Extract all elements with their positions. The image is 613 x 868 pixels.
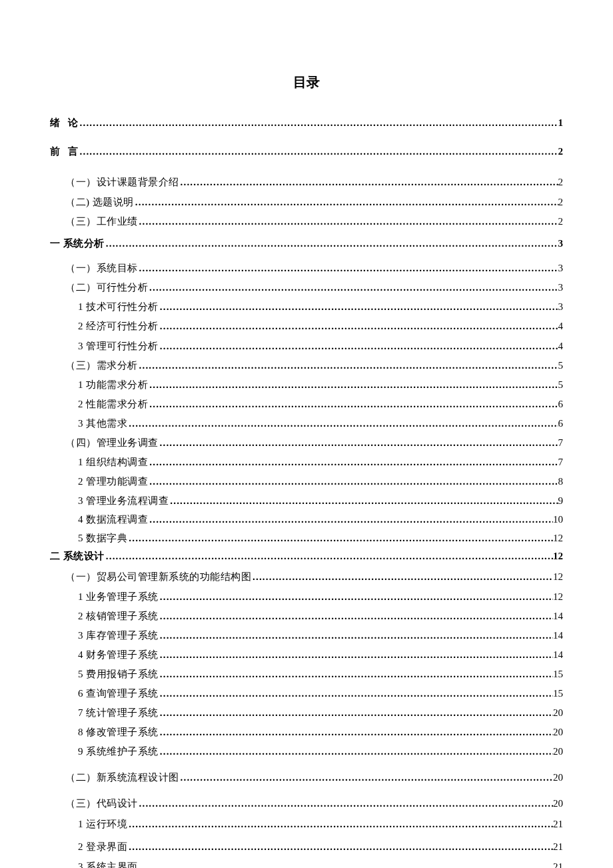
toc-entry-page: 3 <box>558 263 564 274</box>
toc-entry-page: 12 <box>553 591 563 603</box>
toc-leader-dots <box>138 216 558 227</box>
toc-leader-dots <box>169 495 558 507</box>
toc-entry: 2 经济可行性分析4 <box>78 320 563 333</box>
toc-leader-dots <box>159 437 558 449</box>
toc-entry-label: （三）工作业绩 <box>65 215 138 228</box>
toc-entry: （二) 选题说明2 <box>65 196 563 209</box>
toc-leader-dots <box>148 514 553 525</box>
toc-entry: 2 管理功能调查8 <box>78 475 563 488</box>
toc-leader-dots <box>159 591 553 603</box>
toc-entry-label: 5 费用报销子系统 <box>78 668 159 681</box>
toc-entry-label: 1 功能需求分析 <box>78 379 148 391</box>
toc-entry-page: 14 <box>553 630 563 641</box>
toc-entry: 绪论1 <box>50 117 563 129</box>
toc-entry: （一）贸易公司管理新系统的功能结构图12 <box>65 571 563 583</box>
toc-entry: 3 其他需求6 <box>78 417 563 430</box>
toc-entry: （二）可行性分析3 <box>65 281 563 294</box>
toc-entry: 2 性能需求分析6 <box>78 398 563 411</box>
toc-leader-dots <box>159 630 553 641</box>
toc-entry-page: 2 <box>558 216 564 227</box>
toc-entry-page: 3 <box>558 301 564 313</box>
toc-title: 目录 <box>50 73 563 91</box>
toc-entry-page: 6 <box>558 418 564 429</box>
toc-entry-page: 21 <box>553 819 563 830</box>
toc-entry: 3 系统主界面21 <box>78 861 563 868</box>
toc-entry-page: 5 <box>558 379 564 391</box>
toc-entry-page: 3 <box>558 282 564 293</box>
toc-leader-dots <box>134 197 558 208</box>
toc-entry-page: 20 <box>553 727 563 738</box>
toc-entry-label: 2 性能需求分析 <box>78 398 148 411</box>
toc-entry-label: 绪论 <box>50 117 79 129</box>
toc-entry-label: 一 系统分析 <box>50 237 105 250</box>
toc-entry-label: 3 库存管理子系统 <box>78 629 159 642</box>
toc-leader-dots <box>159 321 558 332</box>
toc-leader-dots <box>148 476 558 487</box>
toc-entry-page: 14 <box>553 649 563 661</box>
toc-entry: 4 数据流程调查 10 <box>78 513 563 526</box>
toc-leader-dots <box>138 360 558 371</box>
toc-entry: 8 修改管理子系统20 <box>78 726 563 739</box>
toc-entry-page: 1 <box>558 117 564 129</box>
toc-entry-label: 1 业务管理子系统 <box>78 591 159 603</box>
toc-entry: （四）管理业务调查7 <box>65 437 563 449</box>
toc-entry: 5 数据字典 12 <box>78 532 563 545</box>
toc-entry-page: 7 <box>558 437 564 449</box>
toc-leader-dots <box>127 533 553 544</box>
toc-entry-label: 2 管理功能调查 <box>78 475 148 488</box>
toc-entry-label: 7 统计管理子系统 <box>78 707 159 719</box>
toc-entry-label: （一）贸易公司管理新系统的功能结构图 <box>65 571 251 583</box>
toc-entry-page: 7 <box>558 457 564 468</box>
toc-entry-label: 1 组织结构调查 <box>78 456 148 469</box>
toc-entry-page: 20 <box>553 707 563 719</box>
toc-entry-page: 12 <box>553 571 563 583</box>
toc-container: 绪论1前言2（一）设计课题背景介绍2（二) 选题说明2（三）工作业绩2一 系统分… <box>50 117 563 868</box>
toc-entry-label: 前言 <box>50 145 79 158</box>
toc-entry: （一）设计课题背景介绍2 <box>65 176 563 189</box>
toc-entry-label: 二 系统设计 <box>50 550 105 563</box>
toc-entry-page: 21 <box>553 841 563 853</box>
toc-entry-label: （三）需求分析 <box>65 359 138 372</box>
toc-entry: 4 财务管理子系统14 <box>78 649 563 661</box>
toc-entry: （三）需求分析5 <box>65 359 563 372</box>
toc-leader-dots <box>159 301 558 313</box>
toc-entry-label: 4 数据流程调查 <box>78 513 148 526</box>
toc-leader-dots <box>127 819 553 830</box>
toc-entry-page: 6 <box>558 399 564 410</box>
toc-entry-page: 10 <box>553 514 563 525</box>
toc-leader-dots <box>159 727 553 738</box>
toc-entry-label: （一）系统目标 <box>65 262 138 275</box>
toc-leader-dots <box>159 688 553 699</box>
toc-entry: 二 系统设计12 <box>50 550 563 563</box>
toc-entry: 1 运行环境21 <box>78 818 563 831</box>
toc-entry: 1 组织结构调查7 <box>78 456 563 469</box>
toc-entry-label: 3 其他需求 <box>78 417 127 430</box>
toc-leader-dots <box>159 746 553 757</box>
toc-entry: 2 登录界面21 <box>78 841 563 853</box>
toc-leader-dots <box>138 263 558 274</box>
toc-entry: 1 技术可行性分析3 <box>78 301 563 313</box>
toc-leader-dots <box>79 146 558 157</box>
toc-entry-page: 4 <box>558 341 564 352</box>
toc-leader-dots <box>148 379 558 391</box>
toc-entry-label: （二）新系统流程设计图 <box>65 771 179 784</box>
toc-entry-label: （四）管理业务调查 <box>65 437 159 449</box>
toc-entry-label: 6 查询管理子系统 <box>78 687 159 700</box>
toc-entry-page: 20 <box>553 772 563 783</box>
toc-entry: 9 系统维护子系统20 <box>78 745 563 758</box>
toc-entry-page: 2 <box>558 177 564 188</box>
toc-entry-label: 4 财务管理子系统 <box>78 649 159 661</box>
toc-leader-dots <box>105 238 558 249</box>
toc-entry-page: 14 <box>553 611 563 622</box>
toc-entry: （三）代码设计20 <box>65 797 563 810</box>
toc-entry: 2 核销管理子系统14 <box>78 610 563 623</box>
toc-entry: 1 业务管理子系统12 <box>78 591 563 603</box>
toc-entry-page: 3 <box>558 238 564 249</box>
toc-leader-dots <box>179 177 558 188</box>
toc-entry-page: 20 <box>553 798 563 809</box>
toc-entry: 3 管理业务流程调查9 <box>78 495 563 507</box>
toc-leader-dots <box>79 117 558 129</box>
toc-entry-page: 2 <box>558 146 564 157</box>
toc-entry: （三）工作业绩2 <box>65 215 563 228</box>
toc-entry: （一）系统目标3 <box>65 262 563 275</box>
